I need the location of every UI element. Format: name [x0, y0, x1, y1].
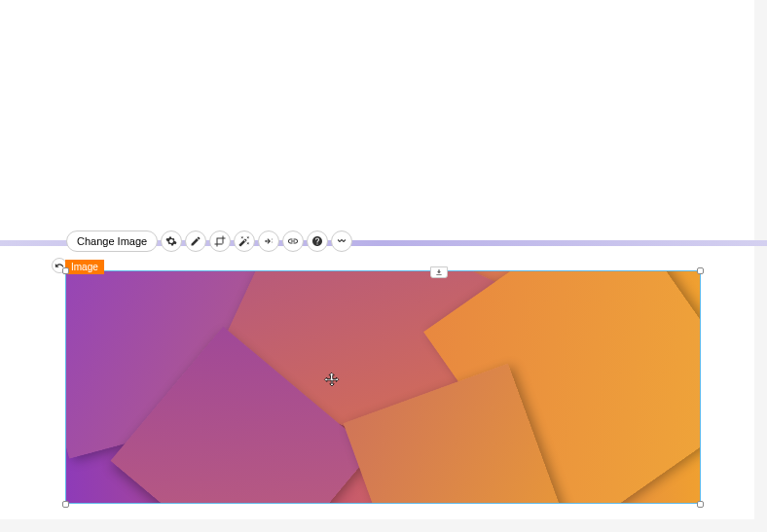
filters-button[interactable]: [234, 231, 255, 252]
resize-handle-bottom-left[interactable]: [62, 501, 69, 508]
image-element[interactable]: [65, 270, 701, 504]
wave-icon: [336, 235, 347, 247]
crop-icon: [214, 235, 226, 247]
pencil-icon: [190, 235, 201, 247]
more-button[interactable]: [331, 231, 352, 252]
help-icon: [311, 235, 323, 247]
image-content: [66, 271, 700, 503]
animation-icon: [263, 235, 274, 247]
crop-button[interactable]: [209, 231, 231, 252]
edit-button[interactable]: [185, 231, 206, 252]
vertical-scrollbar[interactable]: [754, 0, 767, 532]
change-image-button[interactable]: Change Image: [66, 231, 158, 252]
horizontal-scrollbar[interactable]: [0, 519, 754, 532]
change-image-label: Change Image: [77, 235, 147, 247]
animation-button[interactable]: [258, 231, 279, 252]
gear-icon: [165, 235, 177, 247]
help-button[interactable]: [307, 231, 328, 252]
settings-button[interactable]: [161, 231, 182, 252]
download-icon: [435, 268, 443, 276]
resize-handle-top-left[interactable]: [62, 267, 69, 274]
wand-icon: [238, 235, 250, 247]
download-tab[interactable]: [430, 266, 448, 278]
image-toolbar: Change Image: [66, 231, 352, 252]
resize-handle-bottom-right[interactable]: [697, 501, 704, 508]
resize-handle-top-right[interactable]: [697, 267, 704, 274]
link-button[interactable]: [282, 231, 304, 252]
element-type-label: Image: [65, 260, 104, 274]
link-icon: [287, 235, 299, 247]
